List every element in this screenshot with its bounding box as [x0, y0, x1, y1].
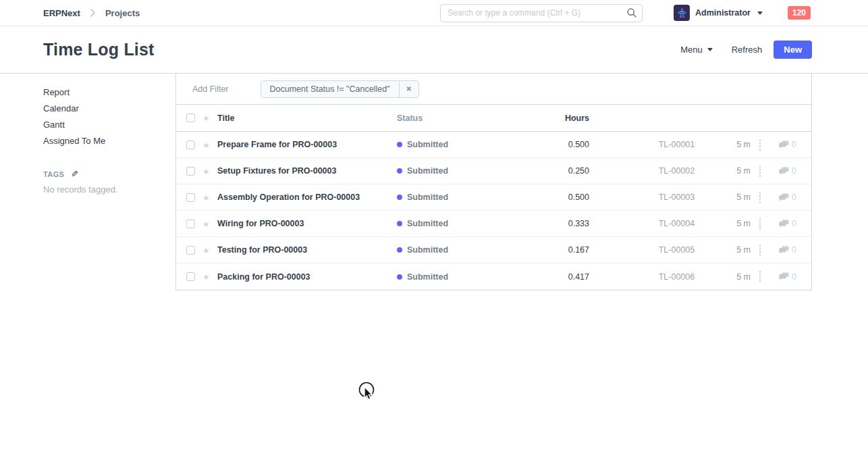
sidebar-item[interactable]: Calendar: [43, 101, 165, 117]
row-checkbox[interactable]: [186, 220, 195, 228]
comment-icon: [779, 220, 789, 228]
time-log-list: Add Filter Document Status != "Cancelled…: [175, 74, 812, 290]
edit-tags-pencil-icon[interactable]: ✎: [71, 170, 78, 178]
comment-count: 0: [792, 219, 796, 228]
star-icon[interactable]: ★: [202, 113, 210, 123]
row-hours: 0.500: [498, 140, 589, 149]
star-icon[interactable]: ★: [202, 140, 210, 150]
row-id-link[interactable]: TL-00006: [589, 272, 717, 282]
row-comments[interactable]: 0: [779, 166, 803, 176]
erpnext-time-log-list-page: { "navbar": { "brand": "ERPNext", "bread…: [0, 0, 868, 462]
comment-count: 0: [792, 192, 796, 202]
list-sidebar: ReportCalendarGanttAssigned To Me TAGS ✎…: [43, 84, 165, 195]
table-row[interactable]: ★ Prepare Frame for PRO-00003 Submitted …: [176, 132, 811, 158]
status-label: Submitted: [407, 245, 448, 255]
row-modified-time: 5 m: [717, 272, 751, 282]
row-checkbox[interactable]: [186, 167, 195, 176]
row-title-link[interactable]: Assembly Operation for PRO-00003: [217, 192, 397, 202]
row-modified-time: 5 m: [717, 192, 751, 202]
star-icon[interactable]: ★: [202, 272, 210, 282]
table-row[interactable]: ★ Testing for PRO-00003 Submitted 0.167 …: [176, 237, 811, 263]
row-hours: 0.333: [498, 219, 589, 228]
comment-count: 0: [792, 140, 796, 149]
tags-heading: TAGS: [43, 170, 64, 178]
table-row[interactable]: ★ Assembly Operation for PRO-00003 Submi…: [176, 184, 811, 211]
list-header-row: ★ Title Status Hours: [176, 105, 811, 132]
row-id-link[interactable]: TL-00002: [589, 166, 717, 176]
user-name: Administrator: [695, 8, 751, 18]
row-title-link[interactable]: Packing for PRO-00003: [217, 272, 397, 282]
filter-area: Add Filter Document Status != "Cancelled…: [176, 74, 811, 105]
assign-placeholder[interactable]: [759, 271, 761, 282]
sidebar-item[interactable]: Report: [43, 84, 165, 101]
row-id-link[interactable]: TL-00004: [589, 219, 717, 228]
notifications-badge[interactable]: 120: [788, 6, 811, 20]
status-dot-icon: [397, 142, 402, 147]
add-filter-button[interactable]: Add Filter: [192, 84, 229, 94]
column-header-title: Title: [217, 113, 397, 123]
row-hours: 0.500: [498, 192, 589, 202]
row-id-link[interactable]: TL-00005: [589, 245, 717, 255]
table-row[interactable]: ★ Setup Fixtures for PRO-00003 Submitted…: [176, 158, 811, 184]
table-row[interactable]: ★ Packing for PRO-00003 Submitted 0.417 …: [176, 263, 811, 290]
menu-button[interactable]: Menu: [680, 45, 713, 55]
sidebar-item-label: Calendar: [43, 103, 79, 113]
assign-placeholder[interactable]: [759, 165, 761, 177]
comment-icon: [779, 140, 789, 149]
status-label: Submitted: [407, 192, 448, 202]
chevron-down-icon: [707, 48, 713, 51]
brand-link[interactable]: ERPNext: [43, 8, 80, 18]
row-title-link[interactable]: Wiring for PRO-00003: [217, 219, 397, 228]
table-row[interactable]: ★ Wiring for PRO-00003 Submitted 0.333 T…: [176, 211, 811, 237]
row-checkbox[interactable]: [186, 140, 195, 149]
star-icon[interactable]: ★: [202, 220, 210, 229]
new-button[interactable]: New: [774, 41, 812, 59]
comment-icon: [779, 167, 789, 176]
user-menu[interactable]: Administrator: [674, 5, 763, 21]
list-rows: ★ Prepare Frame for PRO-00003 Submitted …: [176, 132, 811, 290]
row-comments[interactable]: 0: [779, 140, 803, 149]
row-checkbox[interactable]: [186, 272, 195, 281]
assign-placeholder[interactable]: [759, 218, 761, 230]
refresh-button[interactable]: Refresh: [732, 45, 763, 55]
remove-filter-icon[interactable]: ✖: [400, 81, 418, 97]
star-icon[interactable]: ★: [202, 193, 210, 203]
breadcrumb-projects[interactable]: Projects: [105, 8, 140, 18]
comment-icon: [779, 272, 789, 281]
row-checkbox[interactable]: [186, 246, 195, 255]
status-dot-icon: [397, 274, 402, 280]
row-id-link[interactable]: TL-00001: [589, 140, 717, 149]
chevron-down-icon: [757, 11, 763, 15]
sidebar-item[interactable]: Assigned To Me: [43, 133, 165, 149]
row-status: Submitted: [397, 140, 498, 149]
assign-placeholder[interactable]: [759, 192, 761, 203]
row-comments[interactable]: 0: [779, 219, 803, 228]
select-all-checkbox[interactable]: [186, 113, 195, 122]
search-icon[interactable]: [626, 7, 637, 20]
status-dot-icon: [397, 247, 402, 253]
row-status: Submitted: [397, 166, 498, 176]
assign-placeholder[interactable]: [759, 245, 761, 256]
star-icon[interactable]: ★: [202, 246, 210, 255]
sidebar-item-label: Gantt: [43, 120, 65, 130]
row-title-link[interactable]: Testing for PRO-00003: [217, 245, 397, 255]
row-comments[interactable]: 0: [779, 272, 803, 282]
row-comments[interactable]: 0: [779, 192, 803, 202]
status-dot-icon: [397, 221, 402, 226]
assign-placeholder[interactable]: [759, 139, 761, 151]
row-modified-time: 5 m: [717, 166, 751, 176]
sidebar-item-label: Report: [43, 87, 70, 97]
star-icon[interactable]: ★: [202, 167, 210, 176]
row-title-link[interactable]: Prepare Frame for PRO-00003: [217, 140, 397, 149]
page-head: Time Log List Menu Refresh New: [0, 26, 868, 74]
filter-chip-label[interactable]: Document Status != "Cancelled": [261, 81, 400, 97]
layout: ReportCalendarGanttAssigned To Me TAGS ✎…: [0, 74, 868, 462]
row-status: Submitted: [397, 192, 498, 202]
row-status: Submitted: [397, 245, 498, 255]
sidebar-item[interactable]: Gantt: [43, 117, 165, 133]
row-id-link[interactable]: TL-00003: [589, 192, 717, 202]
row-checkbox[interactable]: [186, 193, 195, 202]
row-title-link[interactable]: Setup Fixtures for PRO-00003: [217, 166, 397, 176]
row-comments[interactable]: 0: [779, 245, 803, 255]
search-input[interactable]: [440, 4, 643, 22]
